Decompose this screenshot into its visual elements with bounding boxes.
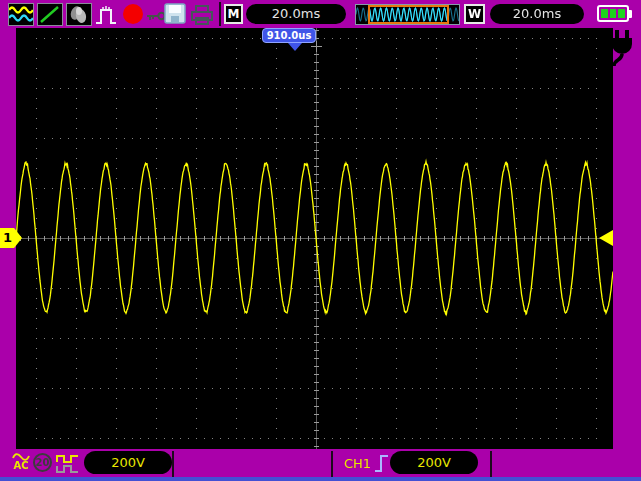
main-timebase-label: M xyxy=(224,4,243,24)
oscilloscope-app: M 20.0ms W 20.0ms 910.0us 1 xyxy=(0,0,641,481)
pulse-icon[interactable] xyxy=(95,4,119,30)
save-icon[interactable] xyxy=(164,3,186,28)
coupling-ac-icon[interactable]: AC xyxy=(10,452,32,471)
delay-time-marker[interactable]: 910.0us xyxy=(262,28,316,43)
key-icon[interactable] xyxy=(146,8,166,27)
attenuation-label: 20 xyxy=(36,457,50,468)
main-timebase-value[interactable]: 20.0ms xyxy=(246,4,346,24)
dual-waveform-icon[interactable] xyxy=(8,3,34,26)
battery-icon xyxy=(597,5,629,22)
status-bar: AC 20 200V CH1 200V xyxy=(0,450,641,477)
battery-bar xyxy=(601,9,608,18)
window-timebase-value[interactable]: 20.0ms xyxy=(490,4,584,24)
window-timebase-label: W xyxy=(464,4,485,24)
trigger-volts-value[interactable]: 200V xyxy=(390,451,478,474)
delay-marker-pointer-icon xyxy=(288,43,302,51)
toolbar-divider xyxy=(219,2,221,26)
battery-bar xyxy=(618,9,625,18)
signal-line-icon[interactable] xyxy=(37,3,63,26)
statusbar-divider xyxy=(331,451,333,477)
waveform-canvas xyxy=(16,28,613,449)
coupling-label: AC xyxy=(10,460,32,471)
trigger-source-label[interactable]: CH1 xyxy=(344,454,371,473)
battery-bar xyxy=(610,9,617,18)
noise-image-icon[interactable] xyxy=(66,3,92,26)
statusbar-divider xyxy=(172,451,174,477)
rising-edge-icon[interactable] xyxy=(374,452,390,478)
waveform-preview[interactable] xyxy=(355,4,460,25)
print-icon[interactable] xyxy=(190,4,214,29)
battery-nub xyxy=(628,10,632,18)
record-icon[interactable] xyxy=(123,4,143,24)
bottom-accent-line xyxy=(0,477,641,481)
toolbar: M 20.0ms W 20.0ms xyxy=(0,0,641,28)
square-wave-icon[interactable] xyxy=(56,453,80,479)
statusbar-divider xyxy=(490,451,492,477)
attenuation-20-icon[interactable]: 20 xyxy=(33,453,52,472)
display-area xyxy=(16,28,613,449)
channel-volts-per-div[interactable]: 200V xyxy=(84,451,172,474)
ac-plug-icon xyxy=(606,30,638,74)
preview-selection-window[interactable] xyxy=(368,5,449,24)
